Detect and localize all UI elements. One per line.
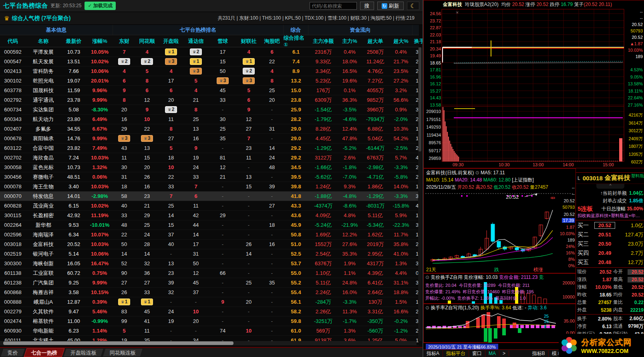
vertical-scrollbar[interactable] [418,47,422,341]
column-header[interactable]: 财联社 [237,35,260,47]
table-row[interactable]: 600734实达集团5.08-8.30%209♛28-9-25.9-1.54亿-… [0,105,419,115]
table-cell: 002413 [0,68,26,74]
table-row[interactable]: 300102乾照光电19.0720.01%68175♛3♛3813.25.23亿… [0,76,419,86]
table-cell: 300102 [0,78,26,84]
collapse-button[interactable]: ^ [596,184,624,189]
column-header[interactable]: 雪球 [208,35,237,47]
table-row[interactable]: 603778国晟科技11.599.96%96644552515.0176万0.1… [0,86,419,95]
table-cell: 2.24亿 [308,289,338,296]
indicator-tab[interactable]: 指标A [423,350,443,357]
dark-mode-toggle[interactable]: ☾ [407,2,419,10]
column-header[interactable]: 最新价 [61,35,87,47]
brand-name: 分析家公式网 [581,337,632,348]
hscroll-thumb[interactable] [3,341,233,345]
page-tab[interactable]: 竞价 [0,348,25,357]
table-row[interactable]: 000070特发信息14.01-2.98%582376---41.8-1.88亿… [0,192,419,201]
table-row[interactable]: 002519银河电子5.1410.06%1414-31-14-52.52.54亿… [0,249,419,259]
table-row[interactable]: 000592平潭发展10.7310.05%74♛1♛217466.12316万0… [0,47,419,57]
table-cell: - [260,116,284,122]
table-row[interactable]: 603122合富中国23.827.49%431359-231429.2-1.29… [0,143,419,153]
vscroll-thumb[interactable] [419,47,421,151]
column-header[interactable]: 代码 [0,35,26,47]
table-row[interactable]: 002474榕基软件11.00-0.99%99411920---59.8-325… [0,317,419,326]
table-row[interactable]: 600343航天动力23.806.49%161011253012-28.2-1.… [0,115,419,124]
column-header[interactable]: 主力净额 [308,35,338,47]
column-header[interactable]: 主力% [338,35,361,47]
table-cell: - [208,184,237,190]
table-row[interactable]: 000888峨眉山A12.870.39%♛1♛1--920-56.1-284万-… [0,297,419,307]
table-cell: 26 [113,289,135,295]
indicator-tab[interactable]: 指标平台 [443,350,469,357]
column-group: 资金流向 [308,25,413,35]
table-row[interactable]: 000547航天发展13.5110.02%♛2♛2♛3♛115♛1227.49.… [0,57,419,67]
column-header[interactable]: 涨幅% [87,35,113,47]
table-cell: 50 [208,68,237,74]
search-input[interactable] [310,2,357,10]
table-cell: 22 [159,174,183,180]
table-row[interactable]: 002596海南瑞泽6.3410.07%22243714---50.81.69亿… [0,230,419,240]
table-row[interactable]: 002792通宇通讯23.789.99%81220213362023.86309… [0,95,419,105]
column-header[interactable]: 换手 [413,35,423,47]
table-row[interactable]: 002264新华都9.53-10.01%48251544--1845.9-5.2… [0,220,419,230]
search-button[interactable]: 搜 [360,2,374,10]
table-row[interactable]: 002702海欣食品7.2410.03%1115181981112429.231… [0,153,419,163]
table-row[interactable]: 000078海王生物3.4010.03%1816337-153939.81.24… [0,182,419,192]
table-row[interactable]: 002413雷科防务7.6610.06%454♛350♛248.93.34亿16… [0,67,419,76]
bid-row[interactable]: 买一20.521.0亿 [578,221,643,230]
page-tab[interactable]: 同花顺连板 [102,348,143,357]
column-header[interactable]: 名称 [26,35,61,47]
table-row[interactable]: 601238广汽集团9.259.99%27273945-253555.25.11… [0,278,419,288]
bid-row[interactable]: 买四20.492.7万 [578,248,643,258]
indicator-tab[interactable]: 指标B [529,350,549,357]
table-row[interactable]: 601138工业富联60.720.75%9036231266--55.01.10… [0,268,419,278]
table-cell: 45 [208,87,237,93]
table-cell: 27 [113,280,135,286]
table-cell: 32 [159,289,183,295]
table-cell: 41.0% [389,251,413,257]
indicator-tab[interactable]: 窗口 [469,350,485,357]
table-row[interactable]: 002407多氟多34.556.67%292281325273129.08.28… [0,124,419,134]
table-cell: -3.3% [338,299,361,305]
refresh-button[interactable]: ↻刷新 [377,2,404,10]
indicator-tab[interactable]: > [499,351,509,356]
brand-url[interactable]: WWW.70822.COM [581,348,632,354]
table-cell: 乾照光电 [26,77,61,85]
table-row[interactable]: 300115长盈精密42.9211.19%3329144229--43.64.0… [0,211,419,220]
close-icon[interactable]: × [456,10,459,16]
table-row[interactable]: 002279久其软件9.475.46%83452410---58.22.26亿1… [0,307,419,317]
table-cell: -0.99% [87,318,113,324]
table-row[interactable]: 600868梅雁吉祥3.5810.15%26333237---55.42.24亿… [0,288,419,297]
column-header[interactable]: 淘股吧 [260,35,284,47]
page-tab[interactable]: 七合一热榜 [24,348,64,357]
column-header[interactable]: 通达信 [183,35,208,47]
table-row[interactable]: 000678襄阳轴承14.769.99%♛3♛32716357-29.04.45… [0,134,419,143]
table-row[interactable]: 300300海峡创新16.0516.47%52321350---53.76376… [0,259,419,268]
table-cell: - [237,164,260,170]
column-header[interactable]: 同花顺 [135,35,159,47]
indicator-tab[interactable]: MA [485,351,499,356]
column-header[interactable]: 超大单 [361,35,389,47]
table-row[interactable]: 600930华电新能6.231.14%511--7410-61.0569万1.3… [0,326,419,336]
column-header[interactable]: 综合排名① [284,35,308,47]
bid-row[interactable]: 买二20.51127.4万 [578,230,643,239]
kline-title-3: 2025/11/28/五 开20.52 高20.52 低20.52 收20.52… [426,184,574,191]
table-row[interactable]: 300058蓝色光标10.731.32%3020102412-4834.5-1.… [0,163,419,172]
table-cell: - [159,299,183,305]
refresh-icon: ↻ [382,3,387,9]
axis-label: 209010 [424,109,441,114]
table-cell: 9.25 [61,280,87,286]
bid-row[interactable]: 买五20.4812.7万 [578,258,643,267]
table-cell: 0.4% [338,49,361,55]
table-row[interactable]: 003018金富科技20.5210.03%50284017-261651.015… [0,240,419,249]
table-cell: 16 [183,135,208,141]
column-header[interactable]: 开盘啦 [159,35,183,47]
horizontal-scrollbar[interactable] [0,341,417,345]
table-cell: 35 [208,135,237,141]
page-tab[interactable]: 开盘啦连板 [63,348,104,357]
column-header[interactable]: 东财 [113,35,135,47]
table-row[interactable]: 600828茂业商业6.1510.02%40212511--2743.3-437… [0,201,419,211]
table-row[interactable]: 300456赛微电子48.510.06%312622332113-39.5-5.… [0,172,419,182]
medal-1-badge: ♛1 [118,299,130,305]
bid-row[interactable]: 买三20.5023.0万 [578,239,643,248]
column-header[interactable]: 超大% [389,35,413,47]
